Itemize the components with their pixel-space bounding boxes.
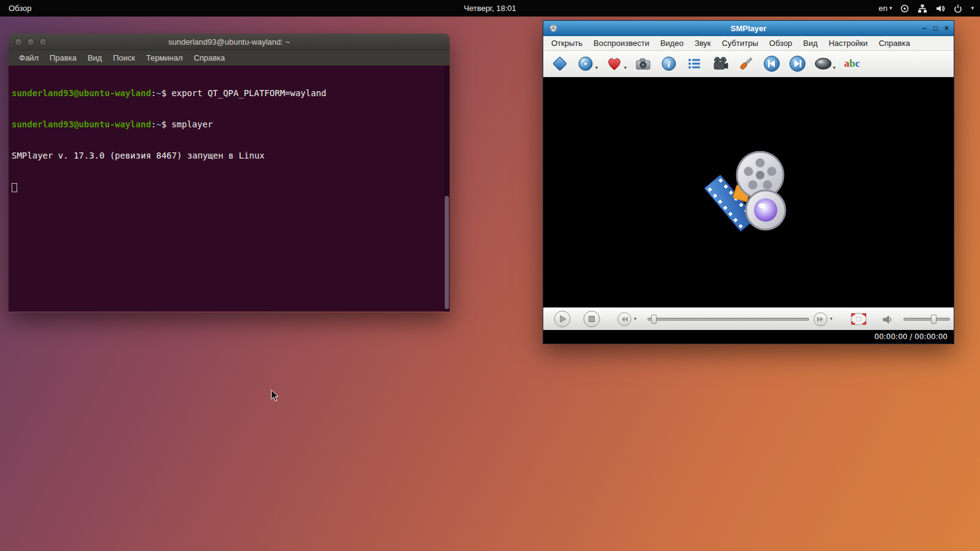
smplayer-menu-audio[interactable]: Звук — [689, 36, 717, 51]
time-display: 00:00:00 / 00:00:00 — [875, 332, 948, 341]
smplayer-maximize-button[interactable]: □ — [933, 21, 938, 36]
activities-button[interactable]: Обзор — [9, 0, 32, 17]
fullscreen-button[interactable] — [851, 313, 867, 328]
keyboard-layout-indicator[interactable]: en ▾ — [878, 4, 892, 13]
equalizer-dropdown-arrow[interactable]: ▾ — [833, 65, 835, 73]
terminal-scrollbar[interactable] — [444, 66, 450, 312]
terminal-menu-search[interactable]: Поиск — [107, 50, 140, 66]
smplayer-menu-subtitles[interactable]: Субтитры — [717, 36, 764, 51]
smplayer-control-bar: ▾ ▾ — [543, 307, 954, 330]
seek-slider[interactable] — [647, 318, 809, 321]
smplayer-titlebar[interactable]: SMPlayer – □ × — [543, 21, 954, 36]
info-icon[interactable]: i — [660, 54, 678, 73]
smplayer-menu-view[interactable]: Вид — [797, 36, 823, 51]
screenshot-icon[interactable] — [634, 54, 652, 73]
previous-icon[interactable] — [763, 54, 781, 73]
top-bar: Обзор Четверг, 18:01 en ▾ ▾ — [0, 0, 980, 17]
terminal-scrollbar-thumb[interactable] — [445, 196, 449, 309]
smplayer-menu-browse[interactable]: Обзор — [764, 36, 798, 51]
prompt-symbol: $ — [161, 88, 166, 98]
playlist-icon[interactable] — [685, 54, 704, 73]
chevron-down-icon: ▾ — [889, 6, 892, 11]
terminal-window-controls: × – + — [15, 38, 47, 46]
smplayer-logo — [703, 146, 794, 238]
next-chapter-button[interactable] — [813, 312, 828, 329]
terminal-menu-edit[interactable]: Правка — [44, 50, 82, 66]
smplayer-menu-video[interactable]: Видео — [655, 36, 689, 51]
play-button[interactable] — [553, 310, 571, 331]
smplayer-menu-play[interactable]: Воспроизвести — [588, 36, 655, 51]
mouse-cursor — [271, 389, 279, 405]
dvd-dropdown-arrow[interactable]: ▾ — [595, 65, 598, 73]
smplayer-minimize-button[interactable]: – — [922, 21, 927, 36]
power-icon[interactable] — [953, 4, 963, 13]
terminal-menubar: Файл Правка Вид Поиск Терминал Справка — [9, 50, 450, 66]
favorites-dropdown-arrow[interactable]: ▾ — [624, 65, 627, 73]
terminal-block-cursor — [12, 183, 17, 192]
terminal-line-2: sunderland93@ubuntu-wayland:~$smplayer — [12, 119, 447, 130]
output-text: SMPlayer v. 17.3.0 (ревизия 8467) запуще… — [12, 151, 265, 160]
smplayer-close-button[interactable]: × — [944, 21, 949, 36]
command-text: smplayer — [167, 119, 213, 129]
favorites-icon[interactable] — [605, 54, 624, 73]
terminal-menu-help[interactable]: Справка — [188, 50, 230, 66]
prompt-separator: : — [151, 88, 156, 98]
terminal-title: sunderland93@ubuntu-wayland: ~ — [9, 34, 450, 50]
video-filters-icon[interactable] — [711, 54, 729, 73]
terminal-titlebar[interactable]: × – + sunderland93@ubuntu-wayland: ~ — [9, 34, 450, 50]
prompt-symbol: $ — [161, 119, 166, 129]
clock[interactable]: Четверг, 18:01 — [464, 0, 516, 17]
system-tray[interactable]: en ▾ ▾ — [878, 0, 974, 17]
volume-slider[interactable] — [903, 318, 950, 321]
tray-chevron-down-icon[interactable]: ▾ — [971, 6, 974, 11]
next-dropdown-arrow[interactable]: ▾ — [830, 316, 832, 321]
previous-chapter-button[interactable] — [617, 312, 632, 329]
mute-icon[interactable] — [881, 313, 894, 328]
terminal-minimize-button[interactable]: – — [27, 38, 35, 46]
next-icon[interactable] — [788, 54, 807, 73]
subtitles-abc-icon[interactable]: abc — [843, 54, 861, 73]
prompt-separator: : — [151, 119, 156, 129]
smplayer-toolbar: ▾ ▾ i — [543, 51, 954, 77]
open-icon[interactable] — [551, 54, 569, 73]
terminal-output-line: SMPlayer v. 17.3.0 (ревизия 8467) запуще… — [12, 151, 447, 161]
terminal-menu-view[interactable]: Вид — [82, 50, 108, 66]
command-text: export QT_QPA_PLATFORM=wayland — [167, 88, 326, 98]
terminal-close-button[interactable]: × — [15, 38, 23, 46]
prompt-user-host: sunderland93@ubuntu-wayland — [12, 119, 151, 129]
smplayer-menubar: Открыть Воспроизвести Видео Звук Субтитр… — [543, 36, 954, 51]
network-icon[interactable] — [918, 4, 927, 13]
smplayer-window-title: SMPlayer — [543, 21, 954, 36]
keyboard-layout-label: en — [878, 4, 887, 13]
abc-letter-b: b — [850, 58, 855, 70]
stop-button[interactable] — [582, 310, 601, 331]
prompt-user-host: sunderland93@ubuntu-wayland — [12, 88, 151, 98]
volume-slider-handle[interactable] — [931, 315, 937, 324]
terminal-menu-file[interactable]: Файл — [13, 50, 44, 66]
preferences-icon[interactable] — [737, 54, 755, 73]
video-display-area[interactable] — [543, 77, 954, 307]
abc-letter-c: c — [855, 58, 860, 70]
terminal-maximize-button[interactable]: + — [39, 38, 47, 46]
smplayer-statusbar: 00:00:00 / 00:00:00 — [543, 330, 954, 343]
smplayer-menu-open[interactable]: Открыть — [546, 36, 588, 51]
smplayer-menu-options[interactable]: Настройки — [823, 36, 873, 51]
smplayer-menu-help[interactable]: Справка — [873, 36, 916, 51]
previous-dropdown-arrow[interactable]: ▾ — [634, 316, 636, 321]
dvd-icon[interactable] — [576, 54, 595, 73]
terminal-line-1: sunderland93@ubuntu-wayland:~$export QT_… — [12, 88, 447, 99]
terminal-menu-terminal[interactable]: Терминал — [140, 50, 188, 66]
equalizer-icon[interactable] — [814, 54, 832, 73]
volume-icon[interactable] — [935, 4, 945, 13]
terminal-cursor-line — [12, 182, 447, 195]
seek-slider-handle[interactable] — [651, 315, 657, 324]
smplayer-window: SMPlayer – □ × Открыть Воспроизвести Вид… — [543, 20, 954, 344]
location-icon[interactable] — [900, 4, 910, 13]
smplayer-window-controls: – □ × — [922, 21, 949, 36]
terminal-content[interactable]: sunderland93@ubuntu-wayland:~$export QT_… — [9, 66, 450, 312]
abc-letter-a: a — [844, 58, 850, 70]
smplayer-app-icon — [548, 24, 557, 34]
terminal-window: × – + sunderland93@ubuntu-wayland: ~ Фай… — [9, 34, 450, 312]
